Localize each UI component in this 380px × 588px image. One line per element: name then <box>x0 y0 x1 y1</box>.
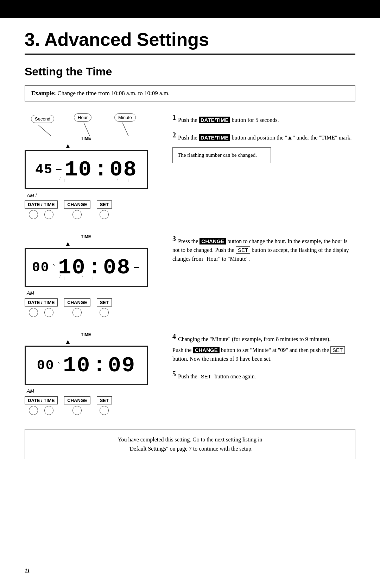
clock1-change-group: CHANGE <box>64 200 90 219</box>
clock3-btn-circle3[interactable] <box>72 406 82 415</box>
step2-after: button and position the "▲" under the "T… <box>232 135 352 141</box>
clock2-datetime-label[interactable]: DATE / TIME <box>25 298 58 307</box>
step5-highlight: SET <box>199 373 213 380</box>
clock3-btn-circle1[interactable] <box>29 406 38 415</box>
clock1-time-label: TIME <box>81 136 91 141</box>
clock1-datetime-group: DATE / TIME <box>25 200 58 219</box>
step3-highlight2: SET <box>236 246 250 254</box>
clock1-slash: / <box>36 192 37 198</box>
svg-line-2 <box>122 123 128 136</box>
step2-highlight: DATE/TIME <box>199 134 230 141</box>
clock2-arrow: ▲ <box>65 240 71 247</box>
clock1-btn-circle3[interactable] <box>72 210 82 219</box>
step4-before2: Push the <box>172 347 193 353</box>
clock3-right: 4 Changing the "Minute" (for example, fr… <box>172 331 355 386</box>
clock1-seconds: 45 <box>35 163 53 177</box>
svg-line-0 <box>38 125 51 136</box>
clock1-datetime-label[interactable]: DATE / TIME <box>25 200 58 209</box>
step4-after3: button. Now the minutes of 9 have been s… <box>172 356 272 362</box>
clock1-am: AM <box>27 193 34 198</box>
step1-text: 1 Push the DATE/TIME button for 5 second… <box>172 112 355 125</box>
step3-text: 3 Press the CHANGE button to change the … <box>172 233 355 264</box>
tick4: | <box>128 178 128 182</box>
clock2-display: 00 ` 10 : 08 – \ | / | <box>25 248 148 287</box>
tick7: / <box>59 274 61 278</box>
clock2-section: TIME ▲ 00 ` 10 : 08 – \ | / | A <box>25 233 355 317</box>
step4-part1: Changing the "Minute" (for example, from… <box>178 336 330 342</box>
clock2-seconds: 00 <box>32 261 50 274</box>
clock1-left: Second Hour Minute TIME ▲ <box>25 112 158 219</box>
step2-num: 2 <box>172 131 176 139</box>
clock3-tick1: ` <box>57 360 60 371</box>
clock2-am: AM <box>27 290 34 296</box>
clock3-am: AM <box>27 388 34 394</box>
clock2-tick1: ` <box>52 262 56 273</box>
step3-highlight1: CHANGE <box>200 238 226 245</box>
clock1-set-label[interactable]: SET <box>97 200 112 209</box>
tick3: \ <box>117 178 118 182</box>
step4-highlight2: SET <box>330 346 345 354</box>
clock1-set-group: SET <box>97 200 112 219</box>
balloon-lines <box>25 112 148 136</box>
tick5: \ <box>82 274 83 278</box>
clock2-change-label[interactable]: CHANGE <box>64 298 90 307</box>
clock2-dash: – <box>133 261 140 274</box>
footer-box: You have completed this setting. Go to t… <box>25 429 355 459</box>
example-label: Example: <box>31 90 56 97</box>
clock2-btn-circle4[interactable] <box>100 308 109 317</box>
clock2-set-label[interactable]: SET <box>97 298 112 307</box>
clock2-button-row: DATE / TIME CHANGE SET <box>25 298 158 317</box>
clock2-btn-circle2[interactable] <box>44 308 53 317</box>
clock3-change-group: CHANGE <box>64 396 90 415</box>
clock1-btn-circle1[interactable] <box>29 210 38 219</box>
step5-num: 5 <box>172 370 176 378</box>
clock3-datetime-label[interactable]: DATE / TIME <box>25 396 58 404</box>
step4-text: 4 Changing the "Minute" (for example, fr… <box>172 331 355 344</box>
clock2-minutes: 08 <box>103 257 131 279</box>
step4-highlight1: CHANGE <box>193 347 220 353</box>
clock1-arrow: ▲ <box>65 142 71 149</box>
clock2-btn-circle3[interactable] <box>72 308 82 317</box>
clock1-hours: 10 <box>65 159 92 181</box>
step4-num: 4 <box>172 333 176 340</box>
step3-before: Press the <box>178 238 200 244</box>
clock1-btn-circle2[interactable] <box>44 210 53 219</box>
clock3-seconds: 00 <box>37 359 55 372</box>
clock2-change-group: CHANGE <box>64 298 90 317</box>
clock1-colon: : <box>94 159 107 181</box>
step4-text2: Push the CHANGE button to set "Minute" a… <box>172 346 355 364</box>
clock3-time-label: TIME <box>81 332 91 337</box>
chapter-title: 3. Advanced Settings <box>25 29 355 50</box>
step5-text: 5 Push the SET button once again. <box>172 369 355 381</box>
clock3-set-label[interactable]: SET <box>97 396 112 404</box>
clock2-time-label: TIME <box>81 234 91 239</box>
step1-highlight: DATE/TIME <box>199 117 230 123</box>
clock1-balloons: Second Hour Minute <box>25 112 148 136</box>
clock1-section: Second Hour Minute TIME ▲ <box>25 112 355 219</box>
clock3-section: TIME ▲ 00 ` 10 : 09 AM DATE / TIME <box>25 331 355 415</box>
clock2-hours: 10 <box>58 257 86 279</box>
tick2: | <box>64 178 65 182</box>
clock1-btn-circle4[interactable] <box>100 210 109 219</box>
clock2-left: TIME ▲ 00 ` 10 : 08 – \ | / | A <box>25 233 158 317</box>
clock3-change-label[interactable]: CHANGE <box>64 396 90 404</box>
clock3-button-row: DATE / TIME CHANGE SET <box>25 396 158 415</box>
clock3-hours: 10 <box>63 355 90 377</box>
clock1-display: 45 – 10 : 08 / | \ | <box>25 150 148 189</box>
clock2-set-group: SET <box>97 298 112 317</box>
clock3-btn-circle4[interactable] <box>100 406 109 415</box>
clock3-display: 00 ` 10 : 09 <box>25 346 148 385</box>
step2-note: The flashing number can be changed. <box>172 147 271 163</box>
clock1-change-label[interactable]: CHANGE <box>64 200 90 209</box>
clock2-right: 3 Press the CHANGE button to change the … <box>172 233 355 268</box>
clock3-minutes: 09 <box>108 355 135 377</box>
step5-after: button once again. <box>215 373 256 379</box>
clock3-arrow: ▲ <box>65 338 71 345</box>
step5-before: Push the <box>178 373 199 379</box>
clock1-minutes: 08 <box>109 159 137 181</box>
clock3-btn-circle2[interactable] <box>44 406 53 415</box>
clock1-right: 1 Push the DATE/TIME button for 5 second… <box>172 112 355 163</box>
example-box: Example: Change the time from 10:08 a.m.… <box>25 85 355 101</box>
clock2-btn-circle1[interactable] <box>29 308 38 317</box>
clock3-colon: : <box>93 355 106 377</box>
